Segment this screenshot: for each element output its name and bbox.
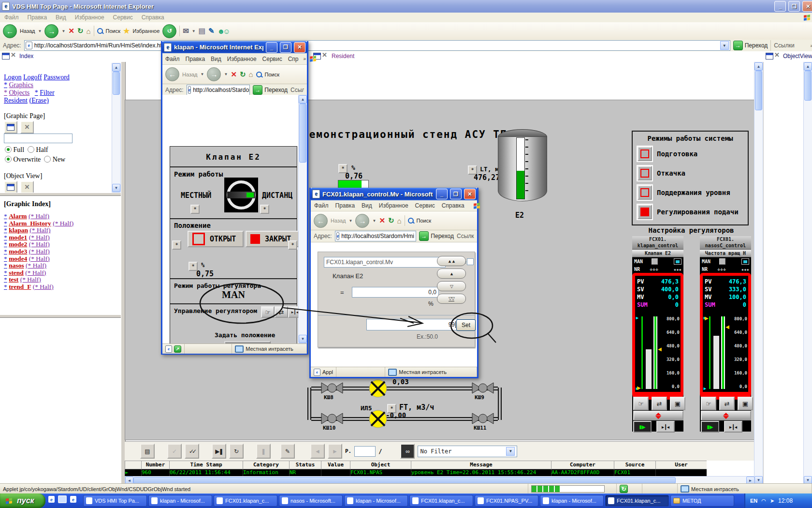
quicklaunch-ie-icon[interactable]: e xyxy=(48,496,55,503)
alarm-header-cell[interactable]: Computer xyxy=(551,461,614,469)
filter-edit-button[interactable]: ✎ xyxy=(280,444,295,459)
menu-item[interactable]: Справка xyxy=(137,14,169,21)
close-button[interactable]: ✕ xyxy=(802,1,812,12)
alarm-header-cell[interactable]: Source xyxy=(614,461,655,469)
menu-item[interactable]: Сервис xyxy=(260,56,285,62)
binoculars-icon[interactable]: ∞ xyxy=(400,444,415,459)
local-tag-button[interactable]: * xyxy=(190,205,200,214)
address-input[interactable]: e http://localhost/Stardom/Hmi ▼ xyxy=(335,231,417,241)
swap-view-button[interactable]: ⇄ xyxy=(652,397,667,410)
mode-square-button[interactable] xyxy=(652,258,658,265)
radio-half[interactable] xyxy=(28,146,34,153)
taskbar-task[interactable]: klapan - Microsof... xyxy=(148,495,212,507)
graphic-page-input[interactable] xyxy=(4,134,72,143)
set-button[interactable]: Set xyxy=(456,319,476,331)
open-tag-button[interactable]: * xyxy=(172,240,181,250)
refresh-icon[interactable]: ↻ xyxy=(240,70,246,79)
remote-tag-button[interactable]: * xyxy=(260,205,269,214)
objectview-scrollbar[interactable]: ▲ ▼ xyxy=(803,62,812,485)
valve-ksh8-icon[interactable] xyxy=(321,382,343,394)
tray-icon-2[interactable]: ➤ xyxy=(770,498,774,504)
alarm-header-cell[interactable]: Message xyxy=(411,461,551,469)
menu-item[interactable]: Правка xyxy=(332,202,359,209)
setpoint-spinner[interactable] xyxy=(701,411,751,420)
back-icon[interactable]: ← xyxy=(165,67,179,81)
home-icon[interactable]: ⌂ xyxy=(397,217,402,225)
index-close-icon[interactable]: ✕ xyxy=(11,52,16,58)
ack-all-button[interactable]: ✓✓ xyxy=(185,444,199,459)
menu-item[interactable]: Избранное xyxy=(71,14,109,21)
mode-square-button[interactable] xyxy=(719,258,725,265)
alarm-header-cell[interactable]: Status xyxy=(289,461,321,469)
fast-decrease-button[interactable]: ▽▽ xyxy=(437,294,466,304)
alarm-header-cell[interactable]: Number xyxy=(141,461,169,469)
quicklaunch-desktop-icon[interactable] xyxy=(58,495,67,503)
open-graphic-button[interactable] xyxy=(4,121,17,134)
reverse-checkbox[interactable] xyxy=(467,258,474,265)
stop-icon[interactable]: ✕ xyxy=(231,70,237,79)
menu-item[interactable]: Файл xyxy=(311,202,332,209)
graphic-index-item[interactable]: * klapan (* Half) xyxy=(4,227,73,234)
menu-item[interactable]: Вид xyxy=(51,14,71,21)
monitor-icon[interactable] xyxy=(674,258,682,265)
graphic-index-item[interactable]: * Alarm_History (* Half) xyxy=(4,220,73,227)
graphic-index-item[interactable]: * nasos (* Half) xyxy=(4,262,73,269)
valve-ksh10-icon[interactable] xyxy=(321,413,343,424)
tray-icon-1[interactable]: ◠ xyxy=(761,498,766,504)
alarm-header-cell[interactable]: Time Stamp xyxy=(169,461,243,469)
fcx-title-bar[interactable]: e FCX01.klapan_control.Mv - Microsoft In… xyxy=(310,188,478,200)
address-input[interactable]: e http://localhost/Stardoi ▼ xyxy=(187,85,250,95)
logoff-link[interactable]: Logoff xyxy=(23,74,42,81)
forward-icon[interactable]: → xyxy=(355,214,369,228)
go-button[interactable]: →Переход xyxy=(253,85,288,95)
taskbar-task[interactable]: klapan - Microsof... xyxy=(344,495,408,507)
turbine-lower-icon[interactable] xyxy=(368,409,388,429)
output-trend-button[interactable]: ▮▶ xyxy=(701,421,719,433)
refresh-icon[interactable]: ↻ xyxy=(388,216,394,225)
stop-icon[interactable]: ✕ xyxy=(68,27,74,35)
increase-button[interactable]: ▲ xyxy=(437,269,466,279)
address-input[interactable]: e http://localhost/Stardom/Hmi/Run/HmiSe… xyxy=(24,40,730,51)
print-icon[interactable]: ▤ xyxy=(199,27,205,35)
valve-ksh11-icon[interactable] xyxy=(472,413,494,424)
setpoint-spinner[interactable] xyxy=(633,411,683,420)
menu-item[interactable]: Спр xyxy=(285,56,302,62)
close-object-button[interactable]: ✕ xyxy=(20,181,34,194)
taskbar-task[interactable]: FCX01.klapan_c... xyxy=(409,495,473,507)
menu-item[interactable]: Вид xyxy=(358,202,376,209)
stop-icon[interactable]: ✕ xyxy=(379,216,385,225)
maximize-button[interactable]: ❐ xyxy=(788,1,800,12)
fast-increase-button[interactable]: ▲▲ xyxy=(437,256,466,266)
menu-item[interactable]: Сервис xyxy=(412,202,438,209)
setpoint-entry-input[interactable]: 99 xyxy=(366,319,458,330)
minimize-button[interactable]: _ xyxy=(266,42,277,53)
history-icon[interactable]: ↺ xyxy=(162,24,176,38)
monitor-icon[interactable] xyxy=(741,258,749,265)
klapan-title-bar[interactable]: e klapan - Microsoft Internet Explorer _… xyxy=(162,41,307,53)
pause-resume-button[interactable]: ▶❚ xyxy=(212,444,226,459)
ack-button[interactable]: ✓ xyxy=(167,444,182,459)
back-dropdown[interactable]: ▼ xyxy=(38,29,42,33)
taskbar-task[interactable]: FCX01.NPAS_PV... xyxy=(475,495,538,507)
close-tag-button[interactable]: * xyxy=(288,240,297,250)
menu-item[interactable]: Избранное xyxy=(376,202,412,209)
back-icon[interactable]: ← xyxy=(314,214,328,228)
graphic-index-item[interactable]: * Alarm (* Half) xyxy=(4,213,73,220)
graphics-link[interactable]: Graphics xyxy=(9,81,34,89)
taskbar-task[interactable]: klapan - Microsof... xyxy=(540,495,604,507)
forward-dropdown[interactable]: ▼ xyxy=(61,29,65,33)
minimize-button[interactable]: _ xyxy=(774,1,786,12)
menu-item[interactable]: Правка xyxy=(23,14,52,21)
edit-icon[interactable]: ✎ xyxy=(208,27,215,35)
links-label[interactable]: Ссылки xyxy=(774,42,794,49)
password-link[interactable]: Password xyxy=(44,74,70,81)
graphic-index-item[interactable]: * mode1 (* Half) xyxy=(4,234,73,241)
favorites-icon[interactable]: ★ xyxy=(123,27,130,35)
main-title-bar[interactable]: e VDS HMI Top Page - Microsoft Internet … xyxy=(0,0,812,13)
menu-item[interactable]: Избранное xyxy=(224,56,260,62)
mode-button[interactable] xyxy=(638,166,652,180)
menu-item[interactable]: Сервис xyxy=(109,14,137,21)
forward-icon[interactable]: → xyxy=(44,24,58,38)
alarm-header-cell[interactable]: Value xyxy=(321,461,350,469)
resident-close-icon[interactable]: ✕ xyxy=(322,52,327,58)
